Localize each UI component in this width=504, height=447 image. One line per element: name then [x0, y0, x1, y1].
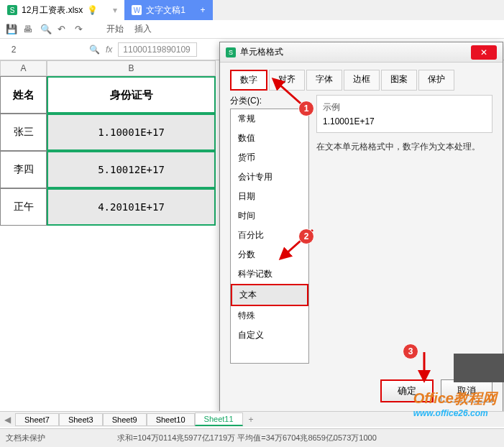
dialog-icon: S — [226, 47, 236, 57]
tab-menu-icon[interactable]: ▾ — [113, 5, 117, 15]
header-id[interactable]: 身份证号 — [47, 76, 216, 114]
sheet-tab[interactable]: Sheet3 — [59, 413, 103, 426]
menu-bar: 💾 🖶 🔍 ↶ ↷ 开始 插入 — [0, 20, 504, 39]
menu-start[interactable]: 开始 — [106, 23, 124, 35]
tab-font[interactable]: 字体 — [306, 70, 342, 91]
close-icon[interactable]: ✕ — [471, 45, 497, 60]
save-icon[interactable]: 💾 — [6, 24, 20, 34]
add-sheet-button[interactable]: + — [243, 415, 260, 425]
undo-icon[interactable]: ↶ — [58, 24, 72, 34]
spreadsheet-icon: S — [7, 5, 17, 15]
file-tab-2[interactable]: W 文字文稿1 — [124, 0, 193, 20]
file-tabs-bar: S 12月工资表.xlsx 💡 ▾ W 文字文稿1 + — [0, 0, 504, 20]
cell-id[interactable]: 4.20101E+17 — [47, 188, 216, 226]
menu-items: 开始 插入 — [106, 23, 152, 35]
preview-box: 示例 1.10001E+17 — [316, 95, 492, 133]
col-header-a[interactable]: A — [0, 60, 47, 76]
tab-border[interactable]: 边框 — [344, 70, 380, 91]
zoom-icon[interactable]: 🔍 — [89, 45, 100, 55]
dialog-titlebar[interactable]: S 单元格格式 ✕ — [220, 42, 503, 63]
dialog-title: 单元格格式 — [240, 46, 283, 58]
status-bar: 文档未保护 求和=104万0114兆5977亿1719万 平均值=34万6704… — [0, 428, 504, 447]
tab-protect[interactable]: 保护 — [418, 70, 454, 91]
cat-fraction[interactable]: 分数 — [231, 245, 308, 264]
sheet-tab-active[interactable]: Sheet11 — [195, 413, 243, 426]
doc-icon: W — [132, 5, 142, 15]
print-icon[interactable]: 🖶 — [23, 24, 37, 34]
cat-special[interactable]: 特殊 — [231, 306, 308, 326]
formula-input[interactable]: 11000119890109 — [118, 42, 197, 57]
cat-number[interactable]: 数值 — [231, 129, 308, 148]
status-protect: 文档未保护 — [6, 433, 45, 443]
watermark: Office教程网 www.office26.com — [413, 389, 497, 418]
col-header-b[interactable]: B — [47, 60, 216, 76]
cat-scientific[interactable]: 科学记数 — [231, 264, 308, 284]
watermark-title: Office教程网 — [413, 389, 497, 408]
cat-accounting[interactable]: 会计专用 — [231, 167, 308, 187]
new-tab-button[interactable]: + — [193, 0, 213, 20]
tab-pattern[interactable]: 图案 — [381, 70, 417, 91]
preview-label: 示例 — [323, 101, 486, 114]
tab-number[interactable]: 数字 — [230, 70, 267, 91]
cell-id[interactable]: 5.10012E+17 — [47, 151, 216, 188]
format-description: 在文本单元格格式中，数字作为文本处理。 — [316, 140, 492, 154]
shadow-overlay — [454, 354, 504, 382]
sheet-tab[interactable]: Sheet10 — [147, 413, 195, 426]
cell-name[interactable]: 张三 — [0, 114, 47, 151]
status-stats: 求和=104万0114兆5977亿1719万 平均值=34万6704兆8659亿… — [117, 433, 377, 443]
cat-general[interactable]: 常规 — [231, 109, 308, 129]
cat-currency[interactable]: 货币 — [231, 148, 308, 167]
tab-align[interactable]: 对齐 — [269, 70, 305, 91]
sheet-tab[interactable]: Sheet7 — [15, 413, 59, 426]
cat-percent[interactable]: 百分比 — [231, 226, 308, 245]
file-tab-label: 12月工资表.xlsx — [22, 4, 83, 17]
cat-date[interactable]: 日期 — [231, 187, 308, 206]
bulb-icon: 💡 — [87, 5, 98, 15]
cat-custom[interactable]: 自定义 — [231, 326, 308, 345]
preview-icon[interactable]: 🔍 — [40, 24, 55, 34]
file-tab-label: 文字文稿1 — [146, 4, 185, 17]
menu-insert[interactable]: 插入 — [134, 23, 152, 35]
redo-icon[interactable]: ↷ — [75, 24, 89, 34]
sheet-nav-prev[interactable]: ◀ — [0, 415, 15, 425]
category-label: 分类(C): — [230, 95, 309, 107]
cell-name[interactable]: 李四 — [0, 151, 47, 188]
fx-label[interactable]: fx — [106, 45, 112, 55]
file-tab-1[interactable]: S 12月工资表.xlsx 💡 ▾ — [0, 0, 124, 20]
preview-value: 1.10001E+17 — [323, 116, 486, 126]
watermark-url: www.office26.com — [413, 408, 497, 418]
category-list[interactable]: 常规 数值 货币 会计专用 日期 时间 百分比 分数 科学记数 文本 特殊 自定… — [230, 109, 309, 364]
spreadsheet: A B 姓名 身份证号 张三 1.10001E+17 李四 5.10012E+1… — [0, 60, 219, 413]
header-name[interactable]: 姓名 — [0, 76, 47, 114]
cat-text[interactable]: 文本 — [231, 284, 308, 306]
name-box[interactable]: 2 — [3, 45, 24, 55]
cell-name[interactable]: 正午 — [0, 188, 47, 226]
cat-time[interactable]: 时间 — [231, 206, 308, 226]
cell-id[interactable]: 1.10001E+17 — [47, 114, 216, 151]
dialog-tabs: 数字 对齐 字体 边框 图案 保护 — [220, 63, 503, 91]
sheet-tab[interactable]: Sheet9 — [103, 413, 147, 426]
